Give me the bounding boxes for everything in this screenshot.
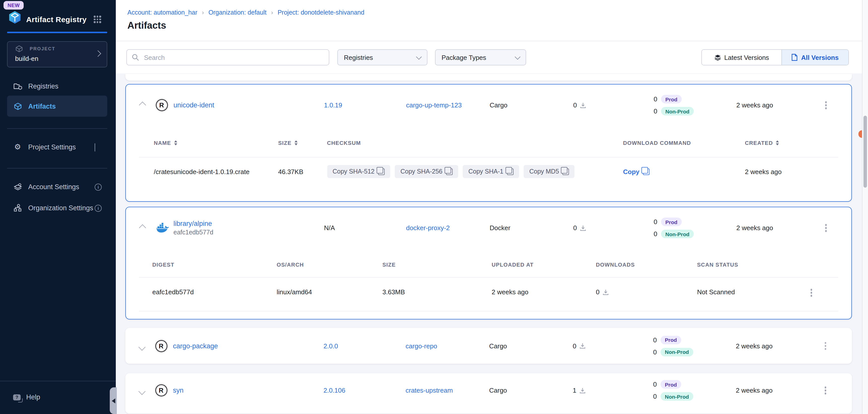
- artifact-version-link[interactable]: 2.0.106: [323, 387, 345, 394]
- partial-card: [125, 74, 851, 80]
- copy-sha512-button[interactable]: Copy SHA-512: [327, 165, 390, 178]
- sidebar-item-label: Account Settings: [28, 183, 79, 191]
- row-menu-button[interactable]: [823, 385, 828, 396]
- downloads-count: 0: [573, 342, 585, 350]
- table-divider: [139, 157, 838, 158]
- copy-sha256-button[interactable]: Copy SHA-256: [395, 165, 458, 178]
- artifact-version-link[interactable]: 1.0.19: [324, 101, 342, 109]
- scan-status: Not Scanned: [697, 288, 735, 296]
- copy-icon: [378, 168, 385, 175]
- info-icon[interactable]: i: [95, 183, 102, 191]
- package-types-filter-label: Package Types: [441, 54, 486, 61]
- updated-time: 2 weeks ago: [736, 387, 773, 394]
- column-header-size[interactable]: SIZE: [278, 140, 298, 146]
- breadcrumb-account-link[interactable]: Account: automation_har: [127, 9, 197, 16]
- column-header-uploaded-at: UPLOADED AT: [492, 262, 534, 268]
- uploaded-at: 2 weeks ago: [492, 288, 528, 296]
- chevron-down-icon: [416, 54, 422, 60]
- column-header-created[interactable]: CREATED: [745, 140, 779, 146]
- artifact-name-link[interactable]: library/alpine: [174, 220, 214, 228]
- sidebar-item-artifacts[interactable]: Artifacts: [7, 96, 107, 117]
- column-header-checksum: CHECKSUM: [327, 140, 361, 146]
- collapse-chevron-icon[interactable]: [139, 225, 146, 231]
- sort-icon: [174, 141, 177, 145]
- latest-versions-button[interactable]: Latest Versions: [702, 50, 782, 65]
- collapse-chevron-icon[interactable]: [139, 102, 146, 109]
- breadcrumb-project-link[interactable]: Project: donotdelete-shivanand: [278, 9, 365, 16]
- digest-link[interactable]: eafc1edb577d: [152, 288, 194, 296]
- row-menu-button[interactable]: [823, 340, 828, 352]
- artifact-version: N/A: [324, 224, 335, 232]
- sidebar-divider: [0, 381, 116, 381]
- search-input[interactable]: [143, 53, 316, 62]
- page-title: Artifacts: [127, 20, 166, 31]
- artifact-repository-link[interactable]: crates-upstream: [406, 387, 453, 394]
- nonprod-badge: Non-Prod: [661, 107, 694, 115]
- project-selector[interactable]: PROJECT build-en: [7, 41, 107, 67]
- deployments: 0Prod 0Non-Prod: [652, 95, 694, 115]
- column-header-os-arch: OS/ARCH: [277, 262, 304, 268]
- breadcrumb: Account: automation_har › Organization: …: [127, 9, 364, 16]
- updated-time: 2 weeks ago: [736, 224, 773, 232]
- column-header-downloads: DOWNLOADS: [596, 262, 635, 268]
- column-header-download-command: DOWNLOAD COMMAND: [623, 140, 691, 146]
- help-button[interactable]: ? Help: [13, 393, 40, 401]
- deployments: 0Prod 0Non-Prod: [652, 380, 693, 401]
- artifact-version-link[interactable]: 2.0.0: [323, 342, 338, 350]
- artifact-repository-link[interactable]: docker-proxy-2: [406, 224, 450, 232]
- copy-icon: [446, 168, 453, 175]
- copy-md5-button[interactable]: Copy MD5: [524, 165, 575, 178]
- artifact-row: R unicode-ident 1.0.19 cargo-up-temp-123…: [126, 84, 851, 126]
- info-icon[interactable]: i: [95, 205, 102, 211]
- copy-icon: [643, 169, 650, 175]
- updated-time: 2 weeks ago: [736, 342, 773, 350]
- scrollbar-thumb[interactable]: [863, 116, 867, 187]
- artifact-name-link[interactable]: unicode-ident: [174, 101, 214, 109]
- os-arch: linux/amd64: [277, 288, 312, 296]
- app-title: Artifact Registry: [26, 15, 87, 24]
- column-header-size: SIZE: [382, 262, 396, 268]
- artifact-repository-link[interactable]: cargo-repo: [406, 342, 437, 350]
- row-menu-button[interactable]: [823, 222, 829, 234]
- docker-icon: [156, 222, 169, 233]
- expand-chevron-icon[interactable]: [138, 388, 145, 395]
- new-badge: NEW: [3, 1, 24, 9]
- registries-filter-dropdown[interactable]: Registries: [337, 49, 428, 65]
- project-chevron-icon: [95, 50, 101, 57]
- sidebar-item-project-settings[interactable]: ⚙ Project Settings: [7, 136, 107, 158]
- artifact-name-link[interactable]: syn: [173, 387, 184, 394]
- sort-icon: [776, 141, 779, 145]
- app-switcher-icon[interactable]: [94, 15, 102, 24]
- prod-badge: Prod: [660, 336, 681, 344]
- expand-chevron-icon[interactable]: [138, 343, 145, 350]
- artifact-repository-link[interactable]: cargo-up-temp-123: [406, 101, 462, 109]
- artifact-name-block: library/alpine eafc1edb577d: [174, 220, 214, 236]
- downloads-count: 1: [573, 387, 585, 394]
- sidebar-item-registries[interactable]: Registries: [7, 75, 107, 97]
- copy-download-command-link[interactable]: Copy: [623, 168, 650, 176]
- registries-folder-icon: [13, 81, 22, 91]
- all-versions-button[interactable]: All Versions: [782, 50, 848, 65]
- artifact-name-link[interactable]: cargo-package: [173, 342, 218, 350]
- row-menu-button[interactable]: [808, 287, 814, 299]
- breadcrumb-separator: ›: [271, 9, 273, 16]
- breadcrumb-org-link[interactable]: Organization: default: [209, 9, 267, 16]
- download-icon: [580, 102, 586, 108]
- artifact-registry-app: NEW Artifact Registry PROJECT build-en R…: [0, 0, 868, 414]
- sidebar-collapse-handle[interactable]: [110, 387, 117, 414]
- artifact-card-unicode-ident: R unicode-ident 1.0.19 cargo-up-temp-123…: [125, 84, 851, 202]
- row-menu-button[interactable]: [823, 99, 829, 111]
- search-box: [126, 49, 329, 65]
- package-types-filter-dropdown[interactable]: Package Types: [435, 49, 526, 65]
- sidebar-item-account-settings[interactable]: Account Settings i: [7, 176, 107, 197]
- deployments: 0Prod 0Non-Prod: [652, 217, 694, 238]
- package-type: Cargo: [490, 101, 507, 109]
- sidebar-divider: [7, 168, 107, 169]
- scrollbar-track[interactable]: [862, 0, 868, 414]
- copy-sha1-button[interactable]: Copy SHA-1: [463, 165, 519, 178]
- download-icon: [579, 343, 585, 349]
- image-size: 3.63MB: [382, 288, 405, 296]
- nonprod-badge: Non-Prod: [660, 348, 693, 356]
- column-header-name[interactable]: NAME: [154, 140, 177, 146]
- sidebar-item-organization-settings[interactable]: Organization Settings i: [7, 197, 107, 218]
